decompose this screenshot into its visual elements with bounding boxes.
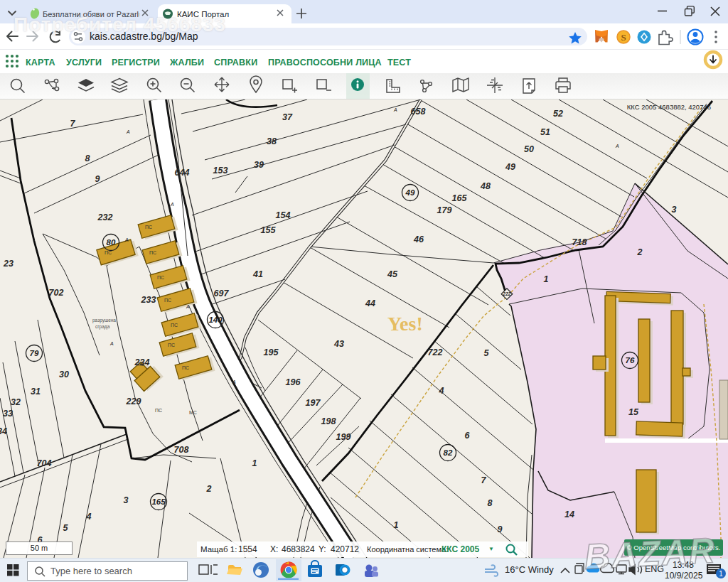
svg-text:разрушена: разрушена	[92, 318, 116, 323]
svg-text:82: 82	[444, 448, 453, 457]
svg-text:51: 51	[540, 127, 550, 137]
svg-text:23: 23	[3, 259, 14, 269]
svg-text:722: 722	[428, 347, 443, 357]
svg-text:52: 52	[553, 109, 563, 119]
svg-text:38: 38	[267, 136, 277, 146]
svg-text:702: 702	[49, 288, 64, 298]
svg-text:ПС: ПС	[168, 343, 175, 347]
svg-text:сграда: сграда	[95, 324, 110, 330]
svg-text:44: 44	[365, 298, 375, 308]
svg-text:718: 718	[572, 237, 587, 247]
svg-text:2: 2	[637, 247, 643, 257]
svg-text:ПС: ПС	[155, 408, 162, 413]
svg-text:8: 8	[85, 153, 90, 163]
svg-text:33: 33	[3, 409, 13, 419]
svg-text:А: А	[170, 202, 174, 207]
svg-text:154: 154	[276, 210, 291, 220]
svg-text:179: 179	[437, 205, 452, 215]
svg-text:50: 50	[524, 144, 534, 154]
svg-text:46: 46	[413, 235, 424, 244]
svg-text:658: 658	[411, 107, 426, 117]
svg-text:49: 49	[405, 188, 415, 197]
svg-text:32: 32	[11, 397, 21, 407]
svg-text:1: 1	[394, 520, 399, 530]
svg-text:3: 3	[124, 495, 129, 505]
svg-text:31: 31	[31, 387, 41, 397]
svg-text:ПС: ПС	[182, 365, 189, 370]
svg-text:232: 232	[97, 212, 113, 222]
svg-text:4: 4	[86, 512, 92, 522]
svg-text:А: А	[109, 341, 114, 346]
svg-text:14: 14	[564, 510, 574, 519]
svg-text:9: 9	[95, 174, 100, 184]
svg-text:МС: МС	[189, 410, 197, 415]
svg-text:5: 5	[63, 523, 69, 533]
svg-text:233: 233	[141, 295, 156, 305]
svg-text:30: 30	[59, 370, 69, 379]
svg-text:704: 704	[37, 458, 52, 468]
svg-text:198: 198	[321, 416, 336, 426]
svg-text:А: А	[232, 379, 236, 384]
svg-text:ПС: ПС	[145, 225, 152, 230]
svg-text:7: 7	[481, 475, 487, 485]
svg-text:5: 5	[484, 348, 490, 358]
svg-text:80: 80	[107, 238, 116, 247]
svg-text:ПС: ПС	[171, 323, 178, 328]
svg-text:6: 6	[465, 431, 471, 441]
svg-text:697: 697	[214, 289, 230, 298]
svg-text:ПС: ПС	[105, 250, 112, 255]
svg-text:ПС: ПС	[149, 250, 156, 255]
svg-text:1: 1	[719, 570, 723, 578]
svg-text:708: 708	[174, 445, 189, 455]
svg-text:ПС: ПС	[164, 298, 171, 303]
svg-text:153: 153	[213, 166, 228, 176]
svg-text:196: 196	[286, 377, 301, 387]
svg-text:199: 199	[336, 432, 351, 442]
svg-text:79: 79	[30, 349, 39, 357]
svg-text:45: 45	[387, 269, 398, 279]
svg-text:165: 165	[452, 193, 468, 203]
svg-text:644: 644	[175, 168, 190, 178]
svg-text:165: 165	[151, 497, 166, 506]
svg-text:48: 48	[480, 181, 491, 191]
svg-text:ПС: ПС	[157, 275, 164, 280]
svg-text:ККС 2005 4683882, 420746: ККС 2005 4683882, 420746	[627, 103, 711, 111]
svg-text:А: А	[615, 144, 619, 149]
svg-text:А: А	[186, 304, 190, 309]
svg-text:140: 140	[208, 316, 223, 324]
svg-text:37: 37	[282, 112, 293, 122]
svg-text:1: 1	[252, 458, 257, 468]
svg-text:9: 9	[498, 524, 503, 534]
svg-text:А: А	[124, 237, 129, 242]
svg-text:34: 34	[0, 426, 7, 436]
svg-text:195: 195	[264, 347, 279, 357]
svg-text:3: 3	[672, 205, 677, 215]
svg-text:76: 76	[626, 356, 635, 365]
svg-text:229: 229	[126, 397, 141, 406]
svg-text:4: 4	[439, 386, 444, 396]
svg-text:S: S	[621, 32, 626, 43]
svg-text:197: 197	[306, 398, 321, 408]
svg-text:41: 41	[252, 269, 263, 279]
svg-text:155: 155	[261, 225, 277, 235]
svg-text:А: А	[393, 107, 397, 112]
svg-text:2: 2	[206, 484, 212, 494]
svg-text:8: 8	[488, 498, 493, 508]
svg-text:49: 49	[505, 162, 515, 172]
svg-text:15: 15	[628, 407, 639, 417]
svg-text:39: 39	[254, 160, 264, 170]
svg-text:ПС: ПС	[137, 362, 144, 367]
svg-text:Yes!: Yes!	[387, 313, 423, 335]
svg-text:А: А	[126, 129, 130, 134]
svg-text:1: 1	[544, 274, 549, 284]
svg-text:222: 222	[503, 291, 511, 296]
svg-text:7: 7	[70, 119, 76, 129]
svg-text:43: 43	[333, 339, 344, 349]
